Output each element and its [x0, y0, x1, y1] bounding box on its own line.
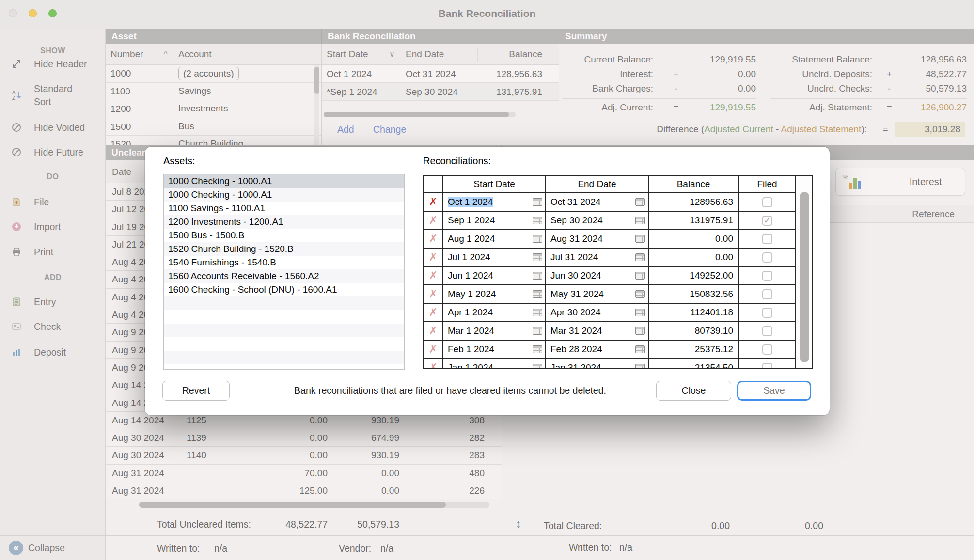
delete-reconciliation-icon[interactable]: ✗: [424, 249, 443, 266]
end-date-cell[interactable]: Apr 30 2024: [546, 304, 649, 321]
end-date-cell[interactable]: Aug 31 2024: [546, 230, 649, 248]
start-date-cell[interactable]: Jul 1 2024: [443, 249, 546, 266]
calendar-icon[interactable]: [635, 198, 645, 206]
reconciliation-row[interactable]: ✗ Jul 1 2024 Jul 31 2024 0.00 ✓: [424, 249, 796, 267]
filed-checkbox[interactable]: ✓: [762, 326, 772, 336]
calendar-icon[interactable]: [533, 253, 542, 261]
delete-reconciliation-icon[interactable]: ✗: [424, 341, 443, 358]
start-date-cell[interactable]: Apr 1 2024: [443, 304, 546, 321]
filed-cell[interactable]: ✓: [739, 230, 796, 248]
reconciliation-row[interactable]: ✗ Jan 1 2024 Jan 31 2024 21354.50 ✓: [424, 359, 796, 369]
asset-option[interactable]: 1100 Savings - 1100.A1: [164, 202, 404, 215]
filed-cell[interactable]: ✓: [739, 341, 796, 358]
revert-button[interactable]: Revert: [162, 381, 230, 401]
delete-reconciliation-icon[interactable]: ✗: [424, 304, 443, 321]
balance-cell[interactable]: 0.00: [649, 230, 739, 248]
reconciliations-scrollbar[interactable]: [797, 176, 812, 368]
calendar-icon[interactable]: [635, 235, 645, 243]
start-date-cell[interactable]: Sep 1 2024: [443, 212, 546, 229]
assets-listbox[interactable]: 1000 Checking - 1000.A1 1000 Checking - …: [163, 174, 405, 370]
start-date-cell[interactable]: Mar 1 2024: [443, 322, 546, 340]
delete-reconciliation-icon[interactable]: ✗: [424, 212, 443, 229]
calendar-icon[interactable]: [533, 272, 542, 280]
calendar-icon[interactable]: [533, 235, 542, 243]
calendar-icon[interactable]: [533, 198, 542, 206]
filed-checkbox[interactable]: ✓: [762, 344, 772, 355]
asset-option[interactable]: 1500 Bus - 1500.B: [164, 229, 404, 242]
calendar-icon[interactable]: [635, 253, 645, 261]
asset-option[interactable]: 1000 Checking - 1000.A1: [164, 188, 404, 202]
start-date-cell[interactable]: Feb 1 2024: [443, 341, 546, 358]
calendar-icon[interactable]: [533, 290, 542, 298]
filed-cell[interactable]: ✓: [739, 212, 796, 229]
filed-cell[interactable]: ✓: [739, 193, 796, 211]
start-date-cell[interactable]: Jun 1 2024: [443, 267, 546, 284]
end-date-cell[interactable]: Jun 30 2024: [546, 267, 649, 284]
reconciliation-row[interactable]: ✗ Feb 1 2024 Feb 28 2024 25375.12 ✓: [424, 341, 796, 359]
asset-option[interactable]: 1000 Checking - 1000.A1: [164, 174, 404, 188]
calendar-icon[interactable]: [635, 364, 645, 369]
filed-checkbox[interactable]: ✓: [762, 271, 772, 281]
balance-cell[interactable]: 131975.91: [649, 212, 739, 229]
calendar-icon[interactable]: [533, 327, 542, 335]
balance-cell[interactable]: 0.00: [649, 249, 739, 266]
filed-cell[interactable]: ✓: [739, 359, 796, 369]
end-date-cell[interactable]: May 31 2024: [546, 285, 649, 303]
scrollbar-thumb[interactable]: [800, 192, 809, 362]
delete-reconciliation-icon[interactable]: ✗: [424, 322, 443, 340]
filed-cell[interactable]: ✓: [739, 249, 796, 266]
filed-checkbox[interactable]: ✓: [762, 289, 772, 299]
filed-checkbox[interactable]: ✓: [762, 308, 772, 318]
filed-cell[interactable]: ✓: [739, 322, 796, 340]
asset-option[interactable]: 1200 Investments - 1200.A1: [164, 215, 404, 229]
calendar-icon[interactable]: [635, 327, 645, 335]
start-date-cell[interactable]: Jan 1 2024: [443, 359, 546, 369]
filed-cell[interactable]: ✓: [739, 285, 796, 303]
start-date-cell[interactable]: May 1 2024: [443, 285, 546, 303]
end-date-cell[interactable]: Mar 31 2024: [546, 322, 649, 340]
asset-option[interactable]: 1600 Checking - School (DNU) - 1600.A1: [164, 283, 404, 296]
filed-checkbox[interactable]: ✓: [762, 252, 772, 263]
calendar-icon[interactable]: [533, 309, 542, 316]
balance-cell[interactable]: 128956.63: [649, 193, 739, 211]
calendar-icon[interactable]: [635, 272, 645, 280]
balance-cell[interactable]: 25375.12: [649, 341, 739, 358]
filed-cell[interactable]: ✓: [739, 304, 796, 321]
end-date-cell[interactable]: Oct 31 2024: [546, 193, 649, 211]
end-date-cell[interactable]: Sep 30 2024: [546, 212, 649, 229]
end-date-cell[interactable]: Feb 28 2024: [546, 341, 649, 358]
balance-cell[interactable]: 150832.56: [649, 285, 739, 303]
reconciliation-row[interactable]: ✗ Mar 1 2024 Mar 31 2024 80739.10 ✓: [424, 322, 796, 341]
balance-cell[interactable]: 112401.18: [649, 304, 739, 321]
filed-checkbox[interactable]: ✓: [762, 363, 772, 370]
filed-checkbox[interactable]: ✓: [762, 234, 772, 244]
filed-checkbox[interactable]: ✓: [762, 197, 772, 207]
save-button[interactable]: Save: [737, 381, 811, 401]
reconciliation-row[interactable]: ✗ Jun 1 2024 Jun 30 2024 149252.00 ✓: [424, 267, 796, 285]
filed-checkbox[interactable]: ✓: [762, 216, 772, 226]
reconciliation-row[interactable]: ✗ Oct 1 2024 Oct 31 2024 128956.63 ✓: [424, 193, 796, 212]
delete-reconciliation-icon[interactable]: ✗: [424, 267, 443, 284]
calendar-icon[interactable]: [635, 345, 645, 353]
reconciliation-row[interactable]: ✗ May 1 2024 May 31 2024 150832.56 ✓: [424, 285, 796, 304]
delete-reconciliation-icon[interactable]: ✗: [424, 359, 443, 369]
reconciliation-row[interactable]: ✗ Sep 1 2024 Sep 30 2024 131975.91 ✓: [424, 212, 796, 230]
end-date-cell[interactable]: Jan 31 2024: [546, 359, 649, 369]
calendar-icon[interactable]: [635, 290, 645, 298]
delete-reconciliation-icon[interactable]: ✗: [424, 285, 443, 303]
asset-option[interactable]: 1560 Accounts Receivable - 1560.A2: [164, 269, 404, 283]
close-button-dialog[interactable]: Close: [656, 381, 731, 401]
calendar-icon[interactable]: [533, 217, 542, 224]
start-date-cell[interactable]: Oct 1 2024: [443, 193, 546, 211]
calendar-icon[interactable]: [533, 345, 542, 353]
asset-option[interactable]: 1540 Furnishings - 1540.B: [164, 256, 404, 269]
calendar-icon[interactable]: [635, 309, 645, 316]
calendar-icon[interactable]: [533, 364, 542, 369]
reconciliation-row[interactable]: ✗ Aug 1 2024 Aug 31 2024 0.00 ✓: [424, 230, 796, 249]
calendar-icon[interactable]: [635, 217, 645, 224]
reconciliation-row[interactable]: ✗ Apr 1 2024 Apr 30 2024 112401.18 ✓: [424, 304, 796, 322]
end-date-cell[interactable]: Jul 31 2024: [546, 249, 649, 266]
start-date-cell[interactable]: Aug 1 2024: [443, 230, 546, 248]
filed-cell[interactable]: ✓: [739, 267, 796, 284]
balance-cell[interactable]: 149252.00: [649, 267, 739, 284]
